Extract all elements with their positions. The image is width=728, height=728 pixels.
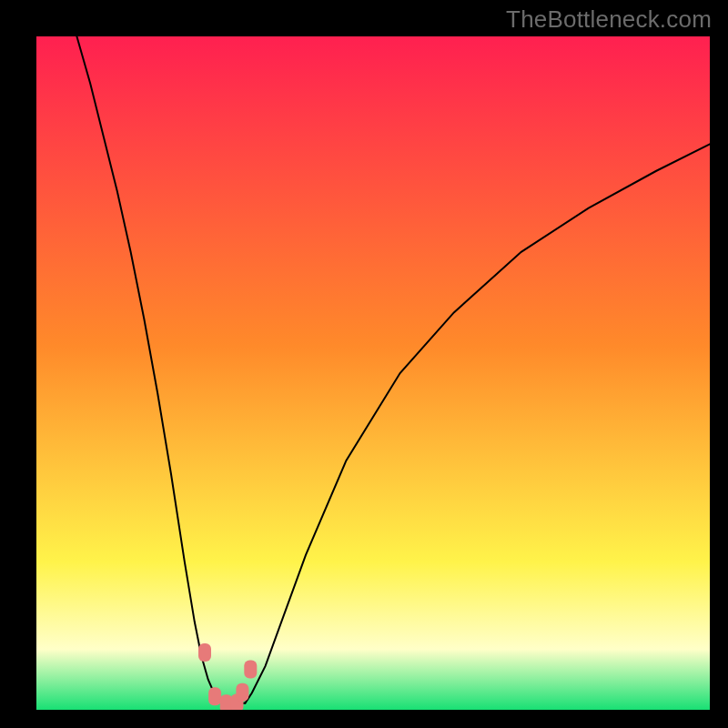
marker-point — [208, 687, 221, 705]
marker-point — [198, 643, 211, 662]
chart-svg — [36, 36, 710, 710]
plot-area — [36, 36, 710, 710]
watermark-text: TheBottleneck.com — [506, 5, 712, 34]
marker-point — [236, 683, 248, 702]
gradient-background — [36, 36, 710, 710]
marker-point — [244, 661, 257, 679]
chart-frame: TheBottleneck.com — [0, 0, 728, 728]
